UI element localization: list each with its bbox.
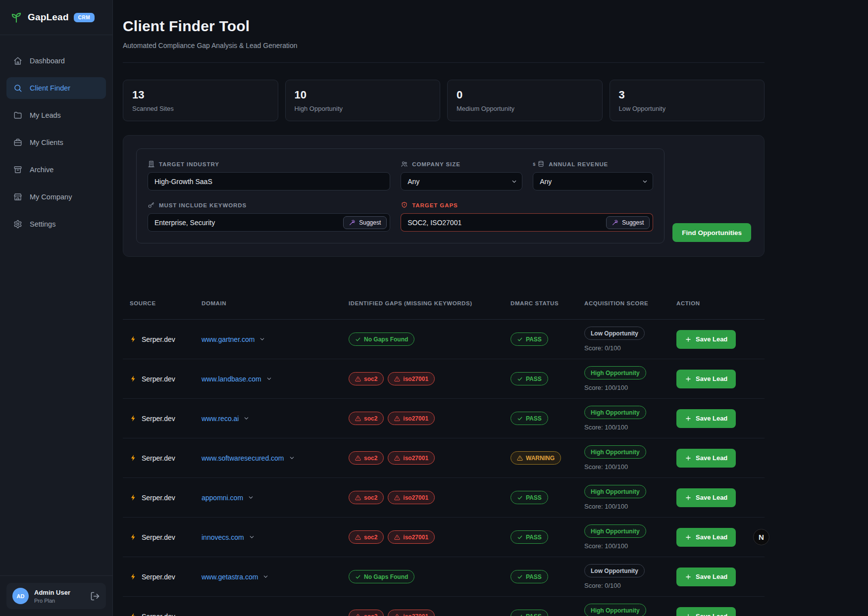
company-size-select[interactable]: Any <box>401 172 522 190</box>
domain-link[interactable]: appomni.com <box>202 494 349 502</box>
target-industry-input[interactable] <box>148 172 390 190</box>
page-title: Client Finder Tool <box>123 18 765 35</box>
warning-triangle-icon <box>394 455 400 461</box>
save-lead-button[interactable]: Save Lead <box>676 607 736 616</box>
dollar-icon: $ <box>533 162 536 167</box>
check-icon <box>517 574 523 580</box>
acquisition-cell: High Opportunity Score: 100/100 <box>584 445 676 471</box>
sidebar-item-my-clients[interactable]: My Clients <box>6 132 106 153</box>
sidebar-item-label: Settings <box>30 220 55 228</box>
sidebar-item-label: My Clients <box>30 139 63 146</box>
building-icon <box>148 160 155 168</box>
save-lead-button[interactable]: Save Lead <box>676 409 736 428</box>
stat-value: 0 <box>457 89 593 101</box>
gap-badge: iso27001 <box>388 451 435 465</box>
main-content: Client Finder Tool Automated Compliance … <box>113 0 868 616</box>
domain-link[interactable]: www.getastra.com <box>202 573 349 581</box>
score-label: Score: 100/100 <box>584 542 628 550</box>
sidebar-item-my-leads[interactable]: My Leads <box>6 104 106 126</box>
gap-badge: soc2 <box>349 610 384 616</box>
stats-row: 13 Scanned Sites 10 High Opportunity 0 M… <box>123 80 765 121</box>
source-cell: Serper.dev <box>130 335 202 343</box>
target-gaps-suggest-button[interactable]: Suggest <box>606 216 650 229</box>
dmarc-cell: PASS <box>511 412 584 425</box>
score-label: Score: 100/100 <box>584 424 628 431</box>
filter-panel: TARGET INDUSTRY COMPANY SIZE <box>123 135 765 257</box>
find-opportunities-button[interactable]: Find Opportunities <box>672 223 751 242</box>
gaps-cell: soc2iso27001 <box>349 412 511 425</box>
save-lead-button[interactable]: Save Lead <box>676 568 736 586</box>
plus-icon <box>685 376 692 382</box>
warning-triangle-icon <box>394 376 400 382</box>
source-cell: Serper.dev <box>130 533 202 541</box>
source-label: Serper.dev <box>142 375 175 383</box>
opportunity-badge-slot: High Opportunity <box>584 604 646 616</box>
gap-badge: iso27001 <box>388 610 435 616</box>
plus-icon <box>685 455 692 462</box>
keywords-suggest-button[interactable]: Suggest <box>343 216 387 229</box>
domain-link[interactable]: www.landbase.com <box>202 375 349 383</box>
dmarc-status-badge: PASS <box>511 332 548 346</box>
save-lead-button[interactable]: Save Lead <box>676 528 736 547</box>
save-lead-button[interactable]: Save Lead <box>676 370 736 388</box>
logout-button[interactable] <box>90 591 100 601</box>
score-label: Score: 100/100 <box>584 463 628 471</box>
source-label: Serper.dev <box>142 494 175 502</box>
dmarc-status-badge: PASS <box>511 491 548 504</box>
chevron-down-icon <box>248 494 254 501</box>
save-lead-button[interactable]: Save Lead <box>676 330 736 349</box>
user-section: AD Admin User Pro Plan <box>0 575 112 616</box>
opportunity-badge-slot: High Opportunity <box>584 485 646 498</box>
gap-badge: soc2 <box>349 412 384 425</box>
sidebar-item-settings[interactable]: Settings <box>6 213 106 235</box>
user-card: AD Admin User Pro Plan <box>6 583 106 609</box>
opportunity-badge: High Opportunity <box>584 445 646 459</box>
stat-label: Scanned Sites <box>132 105 269 112</box>
field-company-size: COMPANY SIZE Any <box>401 160 522 190</box>
results-table: SOURCEDOMAINIDENTIFIED GAPS (MISSING KEY… <box>123 300 765 616</box>
nextjs-dev-badge[interactable]: N <box>753 529 769 545</box>
check-icon <box>517 534 523 540</box>
plus-icon <box>685 415 692 422</box>
domain-link[interactable]: www.softwaresecured.com <box>202 454 349 462</box>
domain-link[interactable]: www.gartner.com <box>202 335 349 343</box>
bolt-icon <box>130 454 137 462</box>
column-header: DMARC STATUS <box>511 300 584 306</box>
table-row: Serper.dev appomni.com soc2iso27001 PASS… <box>123 478 765 518</box>
acquisition-cell: Low Opportunity Score: 0/100 <box>584 564 676 589</box>
domain-link[interactable]: www.reco.ai <box>202 415 349 423</box>
table-row: Serper.dev www.gartner.com No Gaps Found… <box>123 320 765 359</box>
bolt-icon <box>130 573 137 580</box>
save-lead-button[interactable]: Save Lead <box>676 449 736 468</box>
sidebar-item-my-company[interactable]: My Company <box>6 186 106 208</box>
annual-revenue-select[interactable]: Any <box>533 172 653 190</box>
gaps-cell: soc2iso27001 <box>349 451 511 465</box>
sidebar-item-dashboard[interactable]: Dashboard <box>6 50 106 72</box>
bolt-icon <box>130 375 137 382</box>
gaps-cell: soc2iso27001 <box>349 491 511 504</box>
stat-value: 13 <box>132 89 269 101</box>
sidebar-item-label: Archive <box>30 166 53 174</box>
gap-badge: iso27001 <box>388 491 435 504</box>
header-divider <box>123 62 765 63</box>
sidebar-item-client-finder[interactable]: Client Finder <box>6 77 106 99</box>
table-row: Serper.dev innovecs.com soc2iso27001 PAS… <box>123 518 765 557</box>
sidebar-item-label: My Company <box>30 193 72 201</box>
table-row: Serper.dev www.reco.ai soc2iso27001 PASS… <box>123 399 765 438</box>
dmarc-status-badge: PASS <box>511 610 548 616</box>
opportunity-badge: High Opportunity <box>584 406 646 419</box>
plus-icon <box>685 613 692 616</box>
save-lead-label: Save Lead <box>696 335 727 343</box>
save-lead-button[interactable]: Save Lead <box>676 488 736 507</box>
stat-label: Low Opportunity <box>619 105 756 112</box>
chevron-down-icon <box>243 415 250 422</box>
domain-link[interactable]: innovecs.com <box>202 533 349 541</box>
sidebar-item-archive[interactable]: Archive <box>6 159 106 181</box>
stat-label: High Opportunity <box>295 105 431 112</box>
dmarc-cell: PASS <box>511 332 584 346</box>
table-row: Serper.dev www.getastra.com No Gaps Foun… <box>123 557 765 597</box>
wand-icon <box>612 219 618 226</box>
chevron-down-icon <box>262 573 269 580</box>
column-header: DOMAIN <box>202 300 349 306</box>
check-icon <box>517 495 523 501</box>
